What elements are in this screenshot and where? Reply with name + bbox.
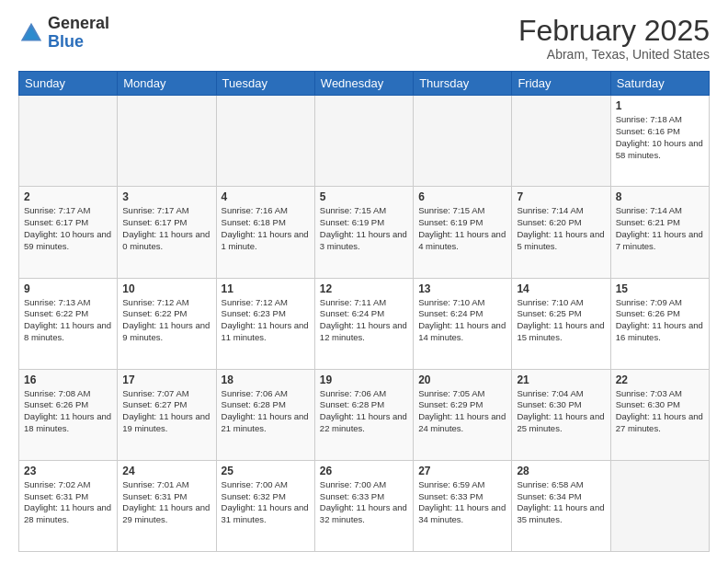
calendar-day-cell: 10Sunrise: 7:12 AMSunset: 6:22 PMDayligh… — [118, 278, 216, 369]
day-info: Sunrise: 7:05 AMSunset: 6:29 PMDaylight:… — [418, 388, 506, 435]
day-info: Sunrise: 7:18 AMSunset: 6:16 PMDaylight:… — [616, 114, 704, 161]
calendar-day-cell — [314, 96, 413, 187]
day-info: Sunrise: 7:00 AMSunset: 6:32 PMDaylight:… — [222, 479, 310, 526]
logo-general: General — [48, 14, 109, 32]
day-number: 14 — [517, 282, 605, 295]
calendar-day-cell: 7Sunrise: 7:14 AMSunset: 6:20 PMDaylight… — [512, 187, 610, 278]
weekday-header: Monday — [118, 72, 216, 96]
day-number: 17 — [122, 373, 210, 386]
weekday-header-row: SundayMondayTuesdayWednesdayThursdayFrid… — [19, 72, 710, 96]
day-number: 7 — [517, 190, 605, 203]
calendar-week-row: 16Sunrise: 7:08 AMSunset: 6:26 PMDayligh… — [19, 369, 710, 460]
day-number: 28 — [517, 465, 605, 477]
calendar-day-cell: 13Sunrise: 7:10 AMSunset: 6:24 PMDayligh… — [414, 278, 512, 369]
day-number: 9 — [24, 282, 112, 295]
calendar-day-cell: 14Sunrise: 7:10 AMSunset: 6:25 PMDayligh… — [512, 278, 610, 369]
day-number: 8 — [616, 190, 704, 203]
calendar-day-cell: 23Sunrise: 7:02 AMSunset: 6:31 PMDayligh… — [19, 460, 118, 551]
calendar-day-cell: 1Sunrise: 7:18 AMSunset: 6:16 PMDaylight… — [610, 96, 709, 187]
day-number: 27 — [418, 465, 506, 477]
day-number: 19 — [320, 373, 408, 386]
weekday-header: Saturday — [610, 72, 709, 96]
calendar-week-row: 9Sunrise: 7:13 AMSunset: 6:22 PMDaylight… — [19, 278, 710, 369]
calendar-day-cell: 21Sunrise: 7:04 AMSunset: 6:30 PMDayligh… — [512, 369, 610, 460]
calendar-day-cell: 19Sunrise: 7:06 AMSunset: 6:28 PMDayligh… — [314, 369, 413, 460]
day-info: Sunrise: 7:13 AMSunset: 6:22 PMDaylight:… — [24, 297, 112, 344]
day-number: 24 — [122, 465, 210, 477]
day-number: 15 — [616, 282, 704, 295]
day-info: Sunrise: 7:01 AMSunset: 6:31 PMDaylight:… — [122, 479, 210, 526]
day-info: Sunrise: 7:04 AMSunset: 6:30 PMDaylight:… — [517, 388, 605, 435]
day-number: 10 — [122, 282, 210, 295]
day-info: Sunrise: 7:15 AMSunset: 6:19 PMDaylight:… — [320, 205, 408, 252]
day-number: 25 — [222, 465, 310, 477]
day-number: 5 — [320, 190, 408, 203]
day-number: 26 — [320, 465, 408, 477]
day-number: 6 — [418, 190, 506, 203]
calendar-day-cell: 17Sunrise: 7:07 AMSunset: 6:27 PMDayligh… — [118, 369, 216, 460]
day-number: 18 — [222, 373, 310, 386]
day-info: Sunrise: 7:17 AMSunset: 6:17 PMDaylight:… — [24, 205, 112, 252]
title-block: February 2025 Abram, Texas, United State… — [518, 15, 710, 62]
day-info: Sunrise: 7:12 AMSunset: 6:22 PMDaylight:… — [122, 297, 210, 344]
calendar-week-row: 23Sunrise: 7:02 AMSunset: 6:31 PMDayligh… — [19, 460, 710, 551]
day-number: 16 — [24, 373, 112, 386]
day-info: Sunrise: 6:58 AMSunset: 6:34 PMDaylight:… — [517, 479, 605, 526]
calendar-day-cell: 6Sunrise: 7:15 AMSunset: 6:19 PMDaylight… — [414, 187, 512, 278]
weekday-header: Tuesday — [216, 72, 314, 96]
calendar-day-cell: 27Sunrise: 6:59 AMSunset: 6:33 PMDayligh… — [414, 460, 512, 551]
day-info: Sunrise: 7:10 AMSunset: 6:24 PMDaylight:… — [418, 297, 506, 344]
calendar-day-cell: 9Sunrise: 7:13 AMSunset: 6:22 PMDaylight… — [19, 278, 118, 369]
day-info: Sunrise: 7:12 AMSunset: 6:23 PMDaylight:… — [222, 297, 310, 344]
calendar-day-cell: 5Sunrise: 7:15 AMSunset: 6:19 PMDaylight… — [314, 187, 413, 278]
day-info: Sunrise: 7:08 AMSunset: 6:26 PMDaylight:… — [24, 388, 112, 435]
logo-text: General Blue — [48, 15, 109, 52]
calendar-day-cell — [118, 96, 216, 187]
calendar-day-cell: 16Sunrise: 7:08 AMSunset: 6:26 PMDayligh… — [19, 369, 118, 460]
day-info: Sunrise: 7:06 AMSunset: 6:28 PMDaylight:… — [222, 388, 310, 435]
calendar-table: SundayMondayTuesdayWednesdayThursdayFrid… — [18, 71, 710, 552]
month-title: February 2025 — [518, 15, 710, 47]
header: General Blue February 2025 Abram, Texas,… — [18, 15, 710, 62]
calendar-week-row: 1Sunrise: 7:18 AMSunset: 6:16 PMDaylight… — [19, 96, 710, 187]
calendar-day-cell — [610, 460, 709, 551]
day-number: 12 — [320, 282, 408, 295]
day-info: Sunrise: 6:59 AMSunset: 6:33 PMDaylight:… — [418, 479, 506, 526]
day-number: 11 — [222, 282, 310, 295]
weekday-header: Thursday — [414, 72, 512, 96]
logo: General Blue — [18, 15, 109, 52]
calendar-day-cell — [216, 96, 314, 187]
calendar-day-cell: 28Sunrise: 6:58 AMSunset: 6:34 PMDayligh… — [512, 460, 610, 551]
calendar-day-cell: 20Sunrise: 7:05 AMSunset: 6:29 PMDayligh… — [414, 369, 512, 460]
calendar-day-cell: 2Sunrise: 7:17 AMSunset: 6:17 PMDaylight… — [19, 187, 118, 278]
weekday-header: Wednesday — [314, 72, 413, 96]
calendar-day-cell: 25Sunrise: 7:00 AMSunset: 6:32 PMDayligh… — [216, 460, 314, 551]
calendar-day-cell: 26Sunrise: 7:00 AMSunset: 6:33 PMDayligh… — [314, 460, 413, 551]
calendar-day-cell — [512, 96, 610, 187]
day-info: Sunrise: 7:03 AMSunset: 6:30 PMDaylight:… — [616, 388, 704, 435]
location: Abram, Texas, United States — [518, 47, 710, 62]
day-info: Sunrise: 7:02 AMSunset: 6:31 PMDaylight:… — [24, 479, 112, 526]
day-info: Sunrise: 7:17 AMSunset: 6:17 PMDaylight:… — [122, 205, 210, 252]
day-info: Sunrise: 7:14 AMSunset: 6:21 PMDaylight:… — [616, 205, 704, 252]
day-number: 22 — [616, 373, 704, 386]
day-info: Sunrise: 7:06 AMSunset: 6:28 PMDaylight:… — [320, 388, 408, 435]
calendar-day-cell: 4Sunrise: 7:16 AMSunset: 6:18 PMDaylight… — [216, 187, 314, 278]
logo-blue: Blue — [48, 32, 84, 51]
day-number: 21 — [517, 373, 605, 386]
day-info: Sunrise: 7:09 AMSunset: 6:26 PMDaylight:… — [616, 297, 704, 344]
calendar-week-row: 2Sunrise: 7:17 AMSunset: 6:17 PMDaylight… — [19, 187, 710, 278]
calendar-day-cell: 22Sunrise: 7:03 AMSunset: 6:30 PMDayligh… — [610, 369, 709, 460]
day-info: Sunrise: 7:00 AMSunset: 6:33 PMDaylight:… — [320, 479, 408, 526]
day-number: 2 — [24, 190, 112, 203]
weekday-header: Sunday — [19, 72, 118, 96]
day-info: Sunrise: 7:14 AMSunset: 6:20 PMDaylight:… — [517, 205, 605, 252]
weekday-header: Friday — [512, 72, 610, 96]
day-number: 4 — [222, 190, 310, 203]
day-number: 20 — [418, 373, 506, 386]
day-info: Sunrise: 7:10 AMSunset: 6:25 PMDaylight:… — [517, 297, 605, 344]
page: General Blue February 2025 Abram, Texas,… — [0, 0, 728, 563]
calendar-day-cell: 18Sunrise: 7:06 AMSunset: 6:28 PMDayligh… — [216, 369, 314, 460]
calendar-day-cell: 24Sunrise: 7:01 AMSunset: 6:31 PMDayligh… — [118, 460, 216, 551]
calendar-day-cell: 8Sunrise: 7:14 AMSunset: 6:21 PMDaylight… — [610, 187, 709, 278]
